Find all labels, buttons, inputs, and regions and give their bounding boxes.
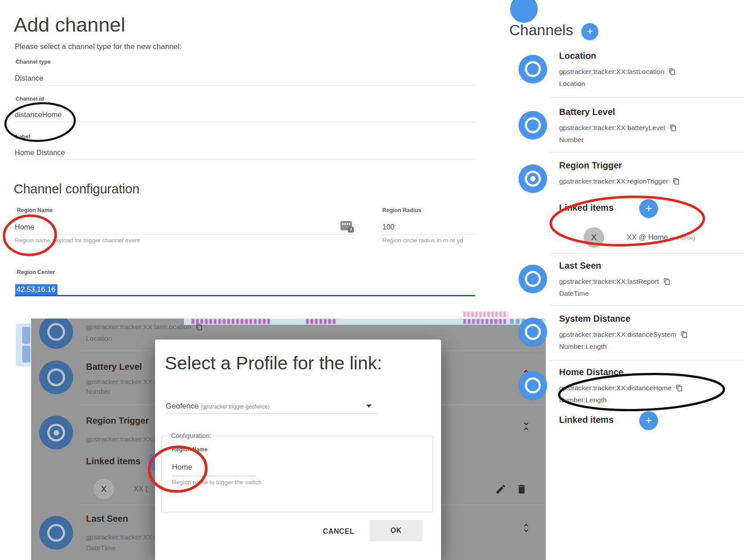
channel-id: gpstracker:tracker:XX:lastReport: [559, 275, 659, 288]
cancel-button[interactable]: CANCEL: [321, 527, 356, 535]
region-name-input[interactable]: Home: [15, 223, 34, 231]
page-title: Add channel: [14, 13, 125, 37]
profile-dialog: Select a Profile for the link: Geofence …: [155, 339, 441, 560]
ok-button[interactable]: OK: [370, 520, 422, 541]
keyboard-dots-icon: [342, 223, 350, 225]
divider: [549, 253, 744, 253]
add-channel-button[interactable]: +: [581, 23, 598, 40]
dialog-title: Select a Profile for the link:: [165, 353, 382, 374]
channel-id-input[interactable]: distanceHome: [15, 110, 61, 119]
dialog-region-name-helper: Region name to trigger the switch: [172, 479, 262, 486]
region-radius-underline: [382, 234, 475, 235]
channel-type-label: Channel type: [16, 59, 51, 65]
channel-id-label: Channel id: [16, 96, 44, 102]
bg-channel-trigger-icon: [39, 416, 73, 450]
bg-linked-item-label: XX (: [134, 485, 148, 493]
divider: [549, 360, 744, 360]
bg-linked-item-avatar: X: [94, 479, 114, 499]
dialog-region-name-input[interactable]: Home: [172, 463, 192, 472]
channel-row-last-seen[interactable]: Last Seen gpstracker:tracker:XX:lastRepo…: [519, 260, 670, 299]
pixelated-artifact: [463, 319, 508, 324]
label-input[interactable]: Home Distance: [15, 148, 65, 157]
channel-title: System Distance: [559, 313, 688, 324]
chevron-down-icon: [366, 405, 372, 408]
configuration-fieldset: Configuration: Region Name Home Region n…: [161, 436, 433, 512]
channel-row-home-distance[interactable]: Home Distance gpstracker:tracker:XX:dist…: [519, 366, 683, 405]
linked-item-avatar: X: [584, 227, 604, 248]
linked-items-heading: Linked items: [559, 415, 613, 425]
pixelated-artifact: [306, 319, 337, 324]
linked-item-label[interactable]: XX @ Home (xxHome): [627, 233, 695, 241]
divider: [549, 305, 744, 306]
black-ellipse-channel-id: [4, 101, 76, 143]
region-radius-input[interactable]: 100: [382, 223, 395, 231]
copy-icon[interactable]: [670, 124, 677, 131]
channel-id: gpstracker:tracker:XX:lastLocation: [559, 65, 664, 78]
copy-icon[interactable]: [681, 331, 688, 338]
copy-icon: [196, 323, 203, 331]
bg-channel-category-icon: [39, 319, 73, 349]
channel-id: gpstracker:tracker:XX:batteryLevel: [559, 121, 665, 135]
region-name-helper: Region name payload for trigger channel …: [15, 237, 140, 244]
channel-category-icon: [519, 265, 547, 293]
channel-type-underline: [15, 85, 475, 86]
add-link-button[interactable]: +: [639, 411, 658, 430]
delete-icon[interactable]: [516, 483, 527, 495]
copy-icon[interactable]: [673, 178, 680, 185]
dialog-region-name-underline: [172, 476, 256, 476]
channel-config-heading: Channel configuration: [14, 182, 139, 196]
unfold-more-icon[interactable]: [520, 522, 532, 534]
channel-id: gpstracker:tracker:XX:distanceHome: [559, 381, 671, 395]
unfold-less-icon[interactable]: [520, 421, 532, 432]
channel-row-location[interactable]: Location gpstracker:tracker:XX:lastLocat…: [519, 50, 676, 89]
edit-icon[interactable]: [495, 483, 507, 495]
channels-title: Channels: [509, 21, 573, 39]
profile-select-underline: [166, 413, 378, 414]
channel-id: gpstracker:tracker:XX:distanceSystem: [559, 328, 676, 341]
channel-type-value[interactable]: Distance: [15, 74, 43, 82]
channel-row-battery[interactable]: Battery Level gpstracker:tracker:XX:batt…: [519, 106, 677, 145]
screenshot-root: Add channel Please select a channel type…: [0, 0, 744, 560]
profile-select[interactable]: Geofence (gpstracker:trigger-geofence): [166, 402, 270, 411]
region-name-underline: [15, 234, 356, 235]
bg-channel-type: DateTime: [86, 543, 116, 553]
bg-channel-id: gpstracker:tracker:XX:lastLocation: [86, 320, 203, 334]
region-center-input[interactable]: 42.53,16.16: [15, 284, 57, 295]
channel-title: Location: [559, 50, 676, 61]
bg-linked-items-heading: Linked items: [86, 455, 140, 467]
linked-items-heading: Linked items: [559, 203, 613, 213]
region-center-label: Region Center: [17, 269, 55, 275]
region-radius-label: Region Radius: [382, 207, 421, 213]
channel-title: Battery Level: [559, 106, 677, 118]
bg-channel-category-icon: [39, 516, 73, 550]
channel-row-region-trigger[interactable]: Region Trigger gpstracker:tracker:XX:reg…: [519, 159, 680, 193]
region-center-focus-underline: [15, 295, 475, 296]
label-underline: [15, 159, 475, 160]
page-subtitle: Please select a channel type for the new…: [15, 42, 181, 51]
divider: [549, 152, 744, 153]
keyboard-icon[interactable]: 3: [340, 221, 352, 230]
channel-type: Location: [559, 78, 676, 89]
copy-icon[interactable]: [663, 278, 670, 285]
channel-id: gpstracker:tracker:XX:regionTrigger: [559, 175, 668, 188]
copy-icon[interactable]: [669, 68, 676, 75]
bg-channel-type: Location: [86, 333, 112, 344]
dialog-region-name-label: Region Name: [172, 446, 208, 453]
channel-trigger-icon: [519, 164, 547, 193]
copy-icon[interactable]: [676, 384, 683, 392]
label-label: Label: [16, 134, 30, 140]
red-ellipse-region-name: [3, 214, 57, 256]
bg-channel-title: Region Trigger: [86, 415, 149, 426]
bg-channel-type: Number: [86, 386, 110, 397]
add-link-button[interactable]: +: [639, 199, 658, 218]
channel-type: Number:Length: [559, 395, 683, 405]
partial-circle-icon: [510, 0, 538, 23]
channel-category-icon: [519, 111, 547, 139]
channel-category-icon: [519, 371, 547, 400]
keyboard-badge: 3: [348, 227, 354, 233]
region-radius-helper: Region circle radius in m or yd: [382, 237, 463, 244]
bg-channel-category-icon: [39, 360, 73, 394]
channel-type: DateTime: [559, 288, 670, 299]
channel-row-system-distance[interactable]: System Distance gpstracker:tracker:XX:di…: [519, 313, 688, 352]
pixelated-artifact: [192, 319, 270, 324]
